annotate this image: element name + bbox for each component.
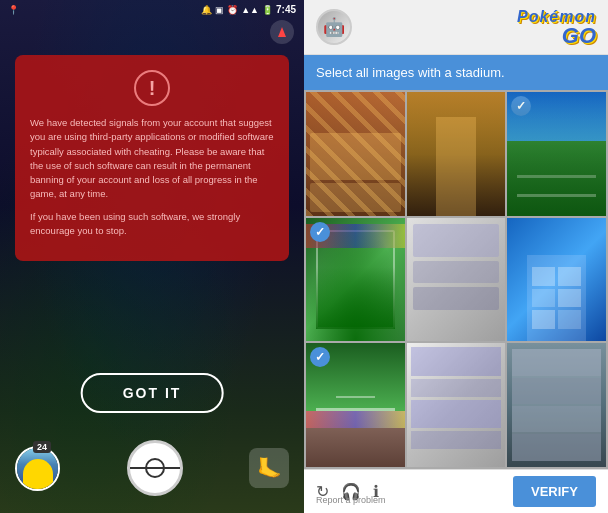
check-badge-4: ✓ — [310, 222, 330, 242]
grid-cell-1[interactable] — [306, 92, 405, 216]
sim-icon: ▣ — [215, 5, 224, 15]
grid-cell-4[interactable]: ✓ — [306, 218, 405, 342]
compass[interactable] — [270, 20, 294, 44]
go-text: GO — [562, 26, 596, 46]
status-icons-right: 🔔 ▣ ⏰ ▲▲ 🔋 7:45 — [201, 4, 296, 15]
grid-cell-5[interactable] — [407, 218, 506, 342]
robot-icon: 🤖 — [316, 9, 352, 45]
grid-cell-6[interactable] — [507, 218, 606, 342]
grid-cell-2[interactable] — [407, 92, 506, 216]
image-grid: ✓ ✓ — [304, 90, 608, 469]
grid-cell-9[interactable] — [507, 343, 606, 467]
exclamation-icon: ! — [149, 78, 156, 98]
bottom-bar: 24 🦶 — [0, 423, 304, 513]
warning-paragraph-1: We have detected signals from your accou… — [30, 116, 274, 202]
status-bar: 📍 🔔 ▣ ⏰ ▲▲ 🔋 7:45 — [0, 0, 304, 19]
grid-cell-7[interactable]: ✓ — [306, 343, 405, 467]
nearby-icon: 🦶 — [257, 456, 282, 480]
warning-text: We have detected signals from your accou… — [30, 116, 274, 238]
wifi-icon: ▲▲ — [241, 5, 259, 15]
captcha-instruction: Select all images with a stadium. — [304, 55, 608, 90]
warning-icon-circle: ! — [134, 70, 170, 106]
grid-cell-3[interactable]: ✓ — [507, 92, 606, 216]
nearby-button[interactable]: 🦶 — [249, 448, 289, 488]
pokeball-line — [130, 467, 180, 469]
check-badge-3: ✓ — [511, 96, 531, 116]
got-it-button[interactable]: GOT IT — [81, 373, 224, 413]
grid-cell-8[interactable] — [407, 343, 506, 467]
player-info: 24 — [15, 446, 60, 491]
notification-icon: 🔔 — [201, 5, 212, 15]
alarm-icon: ⏰ — [227, 5, 238, 15]
warning-box: ! We have detected signals from your acc… — [15, 55, 289, 261]
location-icon: 📍 — [8, 5, 19, 15]
captcha-header: 🤖 Pokémon GO — [304, 0, 608, 55]
pokeball-button[interactable] — [127, 440, 183, 496]
pokemon-go-panel: 📍 🔔 ▣ ⏰ ▲▲ 🔋 7:45 ! We have detected sig… — [0, 0, 304, 513]
verify-button[interactable]: VERIFY — [513, 476, 596, 507]
warning-paragraph-2: If you have been using such software, we… — [30, 210, 274, 239]
captcha-panel: 🤖 Pokémon GO Select all images with a st… — [304, 0, 608, 513]
captcha-footer: ↻ 🎧 ℹ Report a problem VERIFY — [304, 469, 608, 513]
compass-arrow — [278, 27, 286, 37]
clock: 7:45 — [276, 4, 296, 15]
level-badge: 24 — [33, 441, 51, 453]
battery-icon: 🔋 — [262, 5, 273, 15]
instruction-text: Select all images with a stadium. — [316, 65, 505, 80]
report-problem-link[interactable]: Report a problem — [316, 495, 386, 505]
status-icons-left: 📍 — [8, 5, 19, 15]
recaptcha-logo: 🤖 — [316, 9, 352, 45]
pokemon-go-logo: Pokémon GO — [517, 8, 596, 46]
